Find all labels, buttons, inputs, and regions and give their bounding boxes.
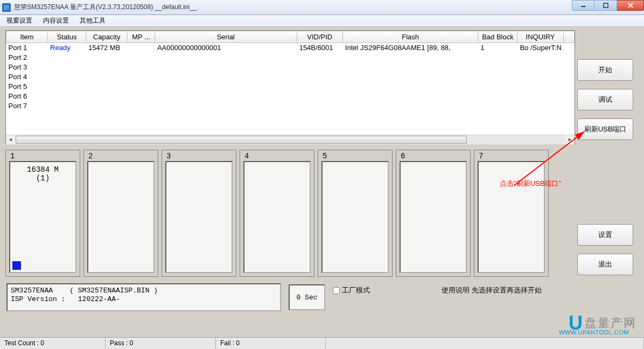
port-status-indicator	[12, 261, 21, 270]
status-test-count: Test Count : 0	[0, 338, 106, 349]
table-row[interactable]: Port 1Ready15472 MBAA00000000000001154B/…	[6, 43, 575, 53]
port-number: 1	[10, 152, 15, 160]
start-button[interactable]: 开始	[577, 59, 633, 81]
table-row[interactable]: Port 4	[6, 72, 575, 82]
port-number: 5	[323, 152, 327, 160]
svg-rect-2	[7, 8, 9, 10]
svg-rect-1	[4, 5, 6, 7]
col-item[interactable]: Item	[6, 31, 48, 43]
port-display	[321, 161, 389, 273]
col-mp[interactable]: MP ...	[128, 31, 155, 43]
port-panel: 7	[474, 150, 549, 277]
timer-box: 0 Sec	[289, 284, 325, 310]
status-fail: Fail : 0	[216, 338, 326, 349]
table-row[interactable]: Port 6	[6, 92, 575, 101]
watermark-url: WWW.UPANTOOL.COM	[559, 329, 629, 336]
col-status[interactable]: Status	[48, 31, 86, 43]
port-display: 16384 M(1)	[9, 161, 76, 273]
annotation-text: 点击"刷新USB端口"	[500, 179, 561, 189]
menu-viewport[interactable]: 视窗设置	[3, 15, 36, 26]
port-table[interactable]: Item Status Capacity MP ... Serial VID/P…	[6, 31, 575, 111]
col-vidpid[interactable]: VID/PID	[297, 31, 342, 43]
col-serial[interactable]: Serial	[155, 31, 297, 43]
menu-content[interactable]: 内容设置	[40, 15, 72, 26]
port-panel: 6	[396, 150, 471, 277]
menu-other[interactable]: 其他工具	[76, 15, 109, 26]
status-bar: Test Count : 0 Pass : 0 Fail : 0	[0, 337, 644, 349]
port-number: 4	[244, 152, 249, 160]
col-capacity[interactable]: Capacity	[86, 31, 128, 43]
status-pass: Pass : 0	[106, 338, 216, 349]
window-title: 慧荣SM3257ENAA 量产工具(V2.3.73,20120508) __de…	[14, 3, 642, 12]
port-number: 6	[401, 152, 405, 160]
port-display	[165, 161, 233, 273]
port-panel: 4	[240, 150, 314, 277]
port-index: (1)	[36, 174, 50, 183]
col-flash[interactable]: Flash	[342, 31, 478, 43]
port-panel: 3	[162, 150, 236, 277]
usage-instructions: 使用说明 先选择设置再选择开始	[442, 285, 542, 295]
port-display	[400, 161, 467, 273]
menubar: 视窗设置 内容设置 其他工具	[0, 15, 644, 27]
debug-button[interactable]: 调试	[577, 89, 633, 110]
port-panel: 5	[318, 150, 393, 277]
horizontal-scrollbar[interactable]: ◄ ►	[6, 135, 575, 144]
col-extra[interactable]	[563, 31, 574, 43]
port-size: 16384 M	[27, 165, 59, 174]
svg-rect-4	[604, 3, 608, 8]
exit-button[interactable]: 退出	[577, 254, 633, 275]
device-info-box: SM3257ENAA ( SM3257ENAAISP.BIN ) ISP Ver…	[6, 283, 281, 311]
factory-mode-input[interactable]	[333, 287, 340, 294]
table-row[interactable]: Port 7	[6, 101, 575, 111]
port-panel: 2	[83, 150, 158, 277]
col-inquiry[interactable]: INQUIRY	[517, 31, 563, 43]
watermark-text: 盘量产网	[585, 316, 636, 330]
port-number: 2	[88, 152, 93, 160]
scroll-thumb[interactable]	[16, 136, 467, 144]
minimize-button[interactable]	[572, 0, 594, 11]
refresh-usb-button[interactable]: 刷新USB端口	[577, 118, 633, 140]
maximize-button[interactable]	[594, 0, 617, 11]
port-number: 3	[166, 152, 171, 160]
port-panel: 116384 M(1)	[5, 150, 80, 277]
table-row[interactable]: Port 3	[6, 62, 575, 72]
titlebar: 慧荣SM3257ENAA 量产工具(V2.3.73,20120508) __de…	[0, 0, 644, 15]
port-display	[243, 161, 311, 273]
settings-button[interactable]: 设置	[577, 224, 633, 246]
watermark: U 盘量产网 WWW.UPANTOOL.COM	[569, 312, 636, 334]
table-row[interactable]: Port 2	[6, 53, 575, 62]
port-display	[478, 161, 545, 273]
app-icon	[2, 3, 11, 12]
factory-mode-checkbox[interactable]: 工厂模式	[333, 285, 370, 295]
scroll-right-icon[interactable]: ►	[565, 135, 575, 144]
port-display	[87, 161, 155, 273]
port-table-wrapper: Item Status Capacity MP ... Serial VID/P…	[5, 30, 575, 144]
status-empty	[326, 338, 644, 349]
close-button[interactable]	[617, 0, 644, 11]
port-panels: 116384 M(1)234567	[5, 150, 549, 277]
scroll-left-icon[interactable]: ◄	[6, 135, 15, 144]
table-row[interactable]: Port 5	[6, 82, 575, 92]
port-number: 7	[479, 152, 483, 160]
col-badblock[interactable]: Bad Block	[478, 31, 517, 43]
